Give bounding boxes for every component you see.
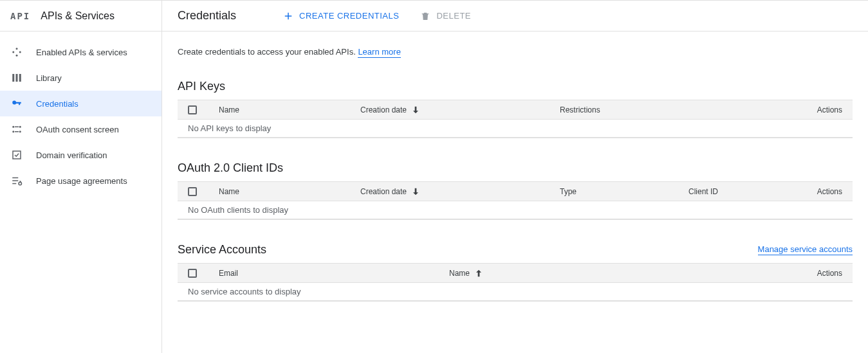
col-actions-label: Actions (817, 105, 842, 114)
svg-rect-4 (12, 74, 14, 82)
col-actions: Actions (791, 105, 842, 114)
library-icon (10, 71, 23, 84)
col-type[interactable]: Type (560, 187, 688, 196)
nav-library[interactable]: Library (0, 65, 162, 91)
col-email-label: Email (219, 269, 238, 278)
svg-rect-5 (16, 74, 18, 82)
col-date-label: Creation date (360, 105, 407, 114)
service-accounts-title: Service Accounts (178, 243, 266, 257)
col-type-label: Type (560, 187, 577, 196)
api-keys-table: Name Creation date Restrictions Actions … (178, 100, 853, 138)
svg-point-2 (19, 51, 21, 53)
svg-rect-11 (15, 127, 19, 128)
col-client-label: Client ID (688, 187, 718, 196)
trash-icon (420, 10, 431, 22)
svg-rect-14 (12, 177, 18, 179)
sort-desc-icon (411, 105, 421, 115)
nav-label: OAuth consent screen (36, 125, 119, 134)
sidebar: API APIs & Services Enabled APIs & servi… (0, 1, 162, 353)
svg-rect-16 (12, 183, 16, 185)
nav-label: Credentials (36, 99, 78, 109)
col-email[interactable]: Email (219, 269, 449, 278)
nav-credentials[interactable]: Credentials (0, 91, 162, 116)
col-name-label: Name (449, 269, 470, 278)
consent-icon (10, 123, 23, 136)
content: Create credentials to access your enable… (162, 32, 868, 340)
sidebar-header: API APIs & Services (0, 1, 162, 32)
api-logo: API (10, 11, 30, 21)
col-client-id[interactable]: Client ID (688, 187, 791, 196)
delete-button[interactable]: DELETE (420, 10, 471, 22)
col-name[interactable]: Name (219, 105, 360, 114)
svg-point-3 (16, 55, 18, 57)
svg-rect-13 (13, 151, 21, 159)
select-all-checkbox[interactable] (188, 187, 197, 196)
select-all-checkbox[interactable] (188, 269, 197, 278)
select-all-checkbox[interactable] (188, 105, 197, 114)
sa-header-row: Email Name Actions (178, 264, 853, 283)
learn-more-link[interactable]: Learn more (358, 47, 400, 58)
oauth-clients-table: Name Creation date Type Client ID Action… (178, 181, 853, 220)
sort-asc-icon (474, 268, 484, 278)
main: Credentials CREATE CREDENTIALS DELETE Cr… (162, 1, 868, 353)
col-actions-label: Actions (817, 269, 842, 278)
svg-point-8 (12, 131, 14, 132)
svg-point-17 (19, 182, 22, 185)
plus-icon (282, 10, 294, 22)
col-date-label: Creation date (360, 187, 407, 196)
col-creation-date[interactable]: Creation date (360, 186, 560, 197)
oauth-clients-title: OAuth 2.0 Client IDs (178, 161, 283, 175)
sa-empty: No service accounts to display (178, 283, 853, 301)
api-keys-section: API Keys Name Creation date Restrictions (178, 80, 853, 138)
verification-icon (10, 149, 23, 161)
oauth-empty: No OAuth clients to display (178, 201, 853, 219)
col-name[interactable]: Name (219, 187, 360, 196)
col-actions-label: Actions (817, 187, 842, 196)
svg-rect-15 (12, 180, 18, 181)
nav-page-usage[interactable]: Page usage agreements (0, 168, 162, 194)
service-accounts-table: Email Name Actions No service accounts t… (178, 263, 853, 302)
intro-prefix: Create credentials to access your enable… (178, 47, 358, 57)
col-creation-date[interactable]: Creation date (360, 105, 560, 115)
nav-label: Domain verification (36, 150, 107, 160)
manage-service-accounts-link[interactable]: Manage service accounts (758, 244, 853, 255)
nav-label: Library (36, 73, 62, 83)
sidebar-title: APIs & Services (41, 10, 115, 22)
api-keys-header-row: Name Creation date Restrictions Actions (178, 100, 853, 120)
service-accounts-section: Service Accounts Manage service accounts… (178, 243, 853, 302)
svg-point-10 (19, 131, 21, 132)
col-name-label: Name (219, 105, 239, 114)
create-credentials-label: CREATE CREDENTIALS (299, 11, 399, 21)
nav-domain-verification[interactable]: Domain verification (0, 142, 162, 168)
oauth-clients-section: OAuth 2.0 Client IDs Name Creation date … (178, 161, 853, 220)
col-restrict-label: Restrictions (560, 105, 600, 114)
nav-label: Enabled APIs & services (36, 48, 127, 57)
enabled-apis-icon (10, 46, 23, 59)
svg-point-0 (16, 48, 18, 50)
sort-desc-icon (411, 186, 421, 197)
intro-text: Create credentials to access your enable… (178, 47, 853, 57)
api-keys-title: API Keys (178, 80, 225, 93)
topbar: Credentials CREATE CREDENTIALS DELETE (162, 1, 868, 32)
create-credentials-button[interactable]: CREATE CREDENTIALS (282, 10, 399, 22)
key-icon (10, 97, 23, 110)
svg-point-7 (12, 126, 14, 128)
svg-point-1 (12, 51, 14, 53)
nav-label: Page usage agreements (36, 176, 127, 186)
api-keys-empty: No API keys to display (178, 120, 853, 138)
col-restrictions[interactable]: Restrictions (560, 105, 791, 114)
nav-oauth-consent[interactable]: OAuth consent screen (0, 116, 162, 142)
svg-rect-6 (19, 74, 21, 82)
svg-rect-12 (15, 131, 19, 132)
col-actions: Actions (791, 187, 842, 196)
col-actions: Actions (791, 269, 842, 278)
col-name[interactable]: Name (449, 268, 791, 278)
col-name-label: Name (219, 187, 239, 196)
delete-label: DELETE (436, 11, 471, 21)
sidebar-nav: Enabled APIs & services Library Credenti… (0, 32, 162, 194)
svg-point-9 (19, 126, 21, 128)
oauth-header-row: Name Creation date Type Client ID Action… (178, 182, 853, 201)
agreements-icon (10, 174, 23, 187)
page-title: Credentials (178, 9, 236, 23)
nav-enabled-apis[interactable]: Enabled APIs & services (0, 39, 162, 65)
